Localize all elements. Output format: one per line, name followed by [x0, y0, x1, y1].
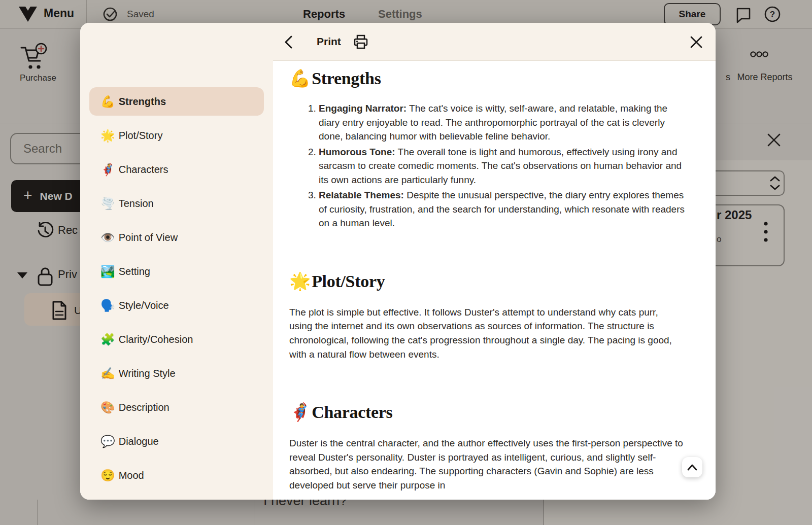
- report-section: 💪Strengths Engaging Narrator: The cat's …: [289, 68, 687, 230]
- sidebar-item-label: Setting: [119, 266, 150, 277]
- dialogue-emoji-icon: 💬: [100, 436, 115, 447]
- section-emoji-icon: 🦸: [289, 402, 311, 422]
- sidebar-item-description[interactable]: 🎨 Description: [89, 393, 264, 422]
- sidebar-item-label: Strengths: [119, 96, 166, 108]
- report-sections-sidebar: 💪 Strengths 🌟 Plot/Story 🦸 Characters 🌪️…: [80, 23, 273, 500]
- close-icon[interactable]: [689, 35, 703, 49]
- section-list-item: Relatable Themes: Despite the unusual pe…: [319, 188, 687, 230]
- strengths-emoji-icon: 💪: [100, 96, 115, 108]
- sidebar-item-label: Style/Voice: [119, 300, 169, 311]
- section-emoji-icon: 💪: [289, 68, 311, 88]
- chevron-up-icon: [687, 464, 697, 471]
- back-chevron-icon[interactable]: [283, 35, 293, 49]
- report-section: 🌟Plot/Story The plot is simple but effec…: [289, 271, 687, 361]
- scroll-to-top-button[interactable]: [682, 457, 702, 477]
- sidebar-item-style-voice[interactable]: 🗣️ Style/Voice: [89, 291, 264, 320]
- report-section: 🦸Characters Duster is the central charac…: [289, 402, 687, 492]
- print-icon[interactable]: [353, 34, 368, 50]
- section-emoji-icon: 🌟: [289, 271, 311, 291]
- sidebar-item-clarity-cohesion[interactable]: 🧩 Clarity/Cohesion: [89, 325, 264, 354]
- section-paragraph: Duster is the central character, and the…: [289, 436, 687, 492]
- sidebar-item-setting[interactable]: 🏞️ Setting: [89, 257, 264, 286]
- app-root: Menu Saved Reports Settings Share ?: [0, 0, 812, 525]
- section-paragraph: The plot is simple but effective. It fol…: [289, 305, 687, 361]
- section-heading: 🦸Characters: [289, 402, 687, 422]
- sidebar-item-label: Clarity/Cohesion: [119, 334, 193, 345]
- report-document: 💪Strengths Engaging Narrator: The cat's …: [273, 61, 716, 500]
- print-modal: 💪 Strengths 🌟 Plot/Story 🦸 Characters 🌪️…: [80, 23, 716, 500]
- sidebar-item-label: Description: [119, 402, 170, 413]
- mood-emoji-icon: 😌: [100, 470, 115, 481]
- sidebar-item-label: Writing Style: [119, 368, 176, 379]
- section-heading: 💪Strengths: [289, 68, 687, 88]
- tension-emoji-icon: 🌪️: [100, 198, 115, 209]
- section-list-item: Humorous Tone: The overall tone is light…: [319, 145, 687, 187]
- sidebar-item-tension[interactable]: 🌪️ Tension: [89, 189, 264, 218]
- sidebar-item-characters[interactable]: 🦸 Characters: [89, 155, 264, 184]
- sidebar-item-label: Characters: [119, 164, 168, 176]
- characters-emoji-icon: 🦸: [100, 164, 115, 176]
- print-modal-main: Print 💪Strengths Engaging Narrator: The …: [273, 23, 716, 500]
- description-emoji-icon: 🎨: [100, 402, 115, 413]
- sidebar-item-label: Point of View: [119, 232, 178, 243]
- sidebar-item-mood[interactable]: 😌 Mood: [89, 461, 264, 489]
- sidebar-item-label: Mood: [119, 470, 144, 481]
- sidebar-item-dialogue[interactable]: 💬 Dialogue: [89, 427, 264, 456]
- sidebar-item-label: Plot/Story: [119, 130, 163, 142]
- modal-title: Print: [317, 36, 341, 48]
- sidebar-item-plot-story[interactable]: 🌟 Plot/Story: [89, 121, 264, 150]
- section-list: Engaging Narrator: The cat's voice is wi…: [289, 101, 687, 230]
- sidebar-item-writing-style[interactable]: ✍️ Writing Style: [89, 359, 264, 388]
- point-of-view-emoji-icon: 👁️: [100, 232, 115, 243]
- sidebar-item-label: Dialogue: [119, 436, 159, 447]
- sidebar-item-label: Tension: [119, 198, 154, 209]
- section-list-item: Engaging Narrator: The cat's voice is wi…: [319, 101, 687, 144]
- clarity-cohesion-emoji-icon: 🧩: [100, 334, 115, 345]
- section-heading: 🌟Plot/Story: [289, 271, 687, 291]
- sidebar-item-point-of-view[interactable]: 👁️ Point of View: [89, 223, 264, 252]
- sidebar-item-strengths[interactable]: 💪 Strengths: [89, 87, 264, 116]
- plot-story-emoji-icon: 🌟: [100, 130, 115, 142]
- print-modal-header: Print: [273, 23, 716, 61]
- style-voice-emoji-icon: 🗣️: [100, 300, 115, 311]
- writing-style-emoji-icon: ✍️: [100, 368, 115, 379]
- setting-emoji-icon: 🏞️: [100, 266, 115, 277]
